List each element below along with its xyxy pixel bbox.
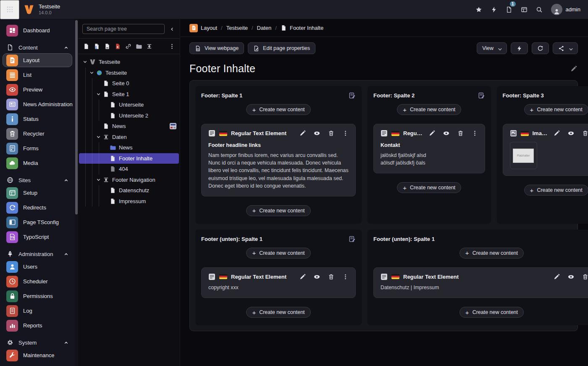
tree-node[interactable]: Footer Navigation — [78, 175, 180, 186]
new-link-page-drag-handle[interactable] — [124, 42, 132, 50]
module-item-list[interactable]: List — [3, 68, 72, 82]
toggle-visibility-button[interactable] — [568, 130, 574, 136]
new-shortcut-page-drag-handle[interactable] — [93, 42, 100, 50]
app-grid-button[interactable] — [0, 0, 19, 19]
edit-content-button[interactable] — [299, 274, 306, 280]
user-menu-button[interactable]: admin — [548, 4, 582, 15]
content-element-card[interactable]: Regular Text Elementcopyright xxx — [201, 267, 356, 298]
delete-content-button[interactable] — [328, 274, 334, 280]
new-spacer-drag-handle[interactable] — [145, 42, 153, 50]
delete-content-button[interactable] — [328, 130, 334, 136]
module-item-reports[interactable]: Reports — [3, 319, 72, 332]
tree-options-button[interactable] — [168, 42, 176, 50]
systeminfo-button[interactable] — [517, 3, 531, 16]
module-item-recycler[interactable]: Recycler — [3, 127, 72, 141]
content-element-card[interactable]: Regular Text ElementFooter headline link… — [201, 124, 356, 196]
edit-content-button[interactable] — [554, 130, 560, 136]
new-page-drag-handle[interactable] — [82, 42, 90, 50]
tree-node[interactable]: Unterseite 2 — [78, 110, 180, 121]
brand[interactable]: Testseite 14.0.0 — [19, 0, 64, 19]
module-item-forms[interactable]: Forms — [3, 141, 72, 155]
module-item-page-tsconfig[interactable]: Page TSconfig — [3, 215, 72, 229]
tree-node[interactable]: News — [78, 121, 180, 132]
bookmarks-button[interactable] — [472, 3, 486, 16]
more-options-button[interactable] — [342, 130, 349, 136]
tree-node[interactable]: Seite 1 — [78, 89, 180, 100]
create-new-content-button[interactable]: +Create new content — [246, 205, 310, 216]
tree-node[interactable]: Datenschutz — [78, 185, 180, 196]
create-new-content-button[interactable]: +Create new content — [524, 104, 588, 115]
tree-node[interactable]: Daten — [78, 132, 180, 143]
collapse-tree-button[interactable] — [167, 24, 176, 34]
module-item-maintenance[interactable]: Maintenance — [3, 348, 72, 362]
content-element-card[interactable]: Regular Text ElementDatenschutz | Impres… — [373, 267, 588, 298]
edit-content-button[interactable] — [429, 130, 435, 136]
toggle-visibility-button[interactable] — [568, 274, 574, 280]
more-options-button[interactable] — [342, 274, 349, 280]
delete-content-button[interactable] — [457, 130, 464, 136]
module-item-redirects[interactable]: Redirects — [3, 201, 72, 214]
module-group-sites[interactable]: Sites — [7, 175, 69, 185]
search-button[interactable] — [533, 3, 546, 16]
module-item-preview[interactable]: Preview — [3, 83, 72, 97]
more-options-button[interactable] — [472, 130, 478, 136]
create-new-content-button[interactable]: +Create new content — [246, 307, 310, 318]
module-item-setup[interactable]: Setup — [3, 186, 72, 200]
new-recycler-drag-handle[interactable] — [114, 42, 121, 50]
edit-page-properties-button[interactable]: Edit page properties — [248, 42, 315, 54]
module-group-system[interactable]: System — [7, 337, 69, 348]
module-item-log[interactable]: Log — [3, 304, 72, 318]
content-element-card[interactable]: Ima…Platzhalter — [503, 124, 588, 176]
module-item-typoscript[interactable]: TSTypoScript — [3, 230, 72, 244]
breadcrumb-item[interactable]: Daten — [257, 25, 272, 31]
content-element-card[interactable]: Regu…Kontaktjalöskd fjalöskjf alsdaölsdf… — [373, 124, 485, 173]
tree-node[interactable]: Testseite — [78, 57, 180, 68]
create-new-content-button[interactable]: +Create new content — [246, 104, 310, 115]
tree-node[interactable]: Footer Inhalte — [79, 153, 179, 164]
edit-content-button[interactable] — [299, 130, 306, 136]
edit-column-records-button[interactable] — [478, 92, 485, 99]
breadcrumb-item[interactable]: Testseite — [226, 25, 248, 31]
module-item-dashboard[interactable]: Dashboard — [3, 24, 72, 37]
opened-documents-button[interactable]: 1 — [502, 3, 516, 16]
tree-node[interactable]: Unterseite — [78, 99, 180, 110]
toggle-visibility-button[interactable] — [443, 130, 449, 136]
create-new-content-button[interactable]: +Create new content — [459, 307, 524, 318]
edit-content-button[interactable] — [554, 274, 560, 280]
create-new-content-button[interactable]: +Create new content — [397, 104, 461, 115]
tree-node[interactable]: Testseite — [78, 68, 180, 78]
module-group-administration[interactable]: Administration — [7, 249, 69, 259]
create-new-content-button[interactable]: +Create new content — [459, 248, 524, 259]
share-dropdown[interactable] — [553, 42, 578, 54]
toggle-visibility-button[interactable] — [314, 274, 320, 280]
clear-page-cache-button[interactable] — [511, 42, 528, 54]
module-item-users[interactable]: Users — [3, 260, 72, 274]
tree-node[interactable]: News — [78, 142, 180, 153]
module-item-media[interactable]: Media — [3, 156, 72, 170]
delete-content-button[interactable] — [582, 130, 588, 136]
module-item-layout[interactable]: Layout — [3, 53, 72, 67]
edit-column-records-button[interactable] — [349, 235, 356, 243]
edit-page-title-button[interactable] — [570, 65, 577, 72]
tree-node[interactable]: Seite 0 — [78, 78, 180, 89]
module-item-permissions[interactable]: Permissions — [3, 289, 72, 303]
breadcrumb-current-page[interactable]: Footer Inhalte — [281, 25, 323, 31]
module-group-content[interactable]: Content — [7, 42, 69, 52]
page-tree-search-input[interactable] — [82, 24, 165, 34]
tree-node[interactable]: Impressum — [78, 196, 180, 207]
module-menu-scrollbar[interactable] — [75, 19, 78, 366]
breadcrumb-module[interactable]: Layout — [189, 24, 217, 32]
create-new-content-button[interactable]: +Create new content — [524, 185, 588, 196]
toggle-visibility-button[interactable] — [314, 130, 320, 136]
delete-content-button[interactable] — [582, 274, 588, 280]
reload-button[interactable] — [532, 42, 549, 54]
new-folder-drag-handle[interactable] — [135, 42, 142, 50]
edit-column-records-button[interactable] — [349, 92, 356, 99]
create-new-content-button[interactable]: +Create new content — [246, 248, 310, 259]
view-webpage-button[interactable]: View webpage — [189, 42, 244, 54]
create-new-content-button[interactable]: +Create new content — [397, 182, 461, 193]
tree-node[interactable]: 404 — [78, 164, 180, 175]
new-mountpoint-page-drag-handle[interactable] — [103, 42, 111, 50]
scrollbar-thumb[interactable] — [75, 20, 78, 214]
module-item-scheduler[interactable]: Scheduler — [3, 274, 72, 288]
